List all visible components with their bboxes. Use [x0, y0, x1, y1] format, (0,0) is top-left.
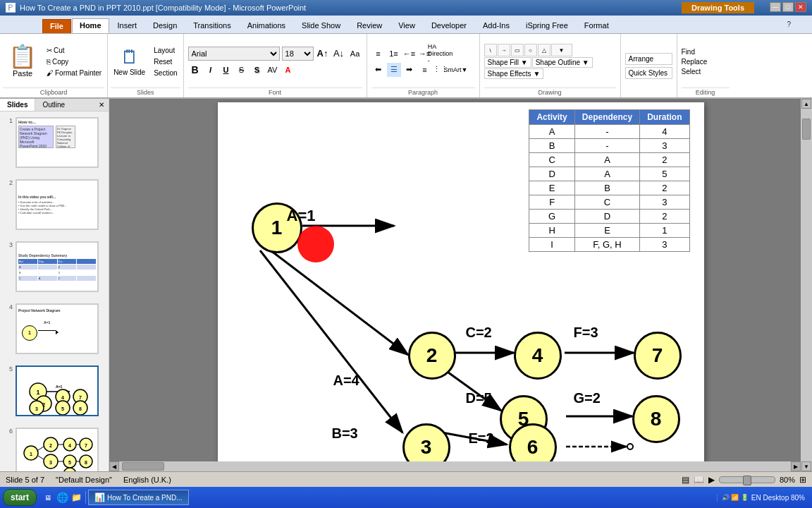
tab-slideshow[interactable]: Slide Show — [294, 18, 348, 33]
outline-panel-tab[interactable]: Outline — [35, 99, 72, 111]
tab-format[interactable]: Format — [577, 18, 617, 33]
tab-animations[interactable]: Animations — [240, 18, 293, 33]
view-slideshow-btn[interactable]: ▶ — [708, 475, 715, 485]
shape-fill-button[interactable]: Shape Fill ▼ — [484, 57, 531, 68]
show-desktop-btn[interactable]: 🖥 — [42, 491, 54, 504]
tab-transitions[interactable]: Transitions — [185, 18, 238, 33]
find-button[interactable]: Find — [682, 48, 730, 56]
slide-thumb-6[interactable]: 6 1 2 3 4 5 6 — [4, 428, 104, 471]
bullets-button[interactable]: ≡ — [371, 47, 386, 61]
quick-styles-button[interactable]: Quick Styles — [625, 67, 672, 79]
explorer-btn[interactable]: 📁 — [70, 491, 82, 504]
svg-text:5: 5 — [68, 460, 71, 465]
right-scrollbar[interactable]: ▲ ▼ — [801, 99, 812, 471]
maximize-btn[interactable]: □ — [782, 2, 794, 12]
tab-insert[interactable]: Insert — [110, 18, 145, 33]
h-scroll-thumb[interactable] — [122, 462, 164, 471]
svg-line-42 — [271, 250, 408, 355]
slides-panel-tab[interactable]: Slides — [0, 99, 35, 111]
font-size-select[interactable]: 18 — [282, 47, 314, 61]
tab-view[interactable]: View — [390, 18, 423, 33]
slide-num-5: 5 — [4, 365, 13, 373]
grow-font-button[interactable]: A↑ — [316, 47, 330, 61]
tab-file[interactable]: File — [42, 19, 71, 33]
shape-effects-button[interactable]: Shape Effects ▼ — [484, 68, 544, 79]
align-right-button[interactable]: ➡ — [402, 63, 417, 77]
triangle-shape[interactable]: △ — [538, 44, 550, 56]
slide-thumb-2[interactable]: 2 In this video you will... • Examine a … — [4, 179, 104, 230]
shrink-font-button[interactable]: A↓ — [332, 47, 346, 61]
tab-ispring[interactable]: iSpring Free — [518, 18, 576, 33]
decrease-indent-button[interactable]: ←≡ — [402, 47, 417, 61]
scroll-down-btn[interactable]: ▼ — [801, 461, 811, 471]
node-7: 7 — [634, 332, 682, 380]
close-panel-btn[interactable]: ✕ — [94, 99, 109, 111]
tab-developer[interactable]: Developer — [424, 18, 474, 33]
new-slide-button[interactable]: 🗒 New Slide — [111, 35, 148, 87]
section-button[interactable]: Section — [151, 68, 180, 78]
help-icon[interactable]: ? — [787, 20, 791, 28]
format-painter-button[interactable]: 🖌 Format Painter — [44, 68, 104, 78]
slide-thumb-5[interactable]: 5 1 A=1 2 4 — [4, 365, 104, 416]
spacing-button[interactable]: AV — [266, 63, 280, 77]
tab-design[interactable]: Design — [145, 18, 185, 33]
view-normal-btn[interactable]: ▤ — [682, 475, 689, 485]
scroll-thumb[interactable] — [802, 119, 811, 140]
justify-button[interactable]: ≡ — [418, 63, 432, 77]
bold-button[interactable]: B — [188, 63, 202, 77]
tab-home[interactable]: Home — [72, 18, 109, 33]
tab-addins[interactable]: Add-Ins — [475, 18, 517, 33]
arrange-button[interactable]: Arrange — [625, 53, 672, 65]
bottom-scrollbar[interactable]: ◀ ▶ — [109, 461, 801, 471]
more-shapes[interactable]: ▼ — [551, 44, 572, 56]
svg-text:7: 7 — [85, 443, 87, 448]
slide-thumb-1[interactable]: 1 How to... Create a Project Network Dia… — [4, 117, 104, 168]
scroll-up-btn[interactable]: ▲ — [801, 99, 811, 109]
shape-outline-button[interactable]: Shape Outline ▼ — [532, 57, 593, 68]
svg-text:5: 5 — [61, 406, 64, 411]
italic-button[interactable]: I — [204, 63, 218, 77]
slide-thumb-4[interactable]: 4 Project Network Diagram 1 A=1 — [4, 303, 104, 354]
label-g2: G=2 — [574, 390, 601, 406]
powerpoint-taskbar-item[interactable]: 📊 How To Create a PND... — [88, 490, 189, 505]
font-family-select[interactable]: Arial — [188, 47, 280, 61]
clear-format-button[interactable]: Aa — [348, 47, 362, 61]
copy-button[interactable]: ⎘ Copy — [44, 57, 104, 66]
select-button[interactable]: Select — [682, 68, 730, 75]
font-color-button[interactable]: A — [281, 63, 295, 77]
main-layout: Slides Outline ✕ 1 How to... Create a Pr… — [0, 99, 812, 471]
align-left-button[interactable]: ⬅ — [371, 63, 386, 77]
view-reading-btn[interactable]: 📖 — [694, 475, 704, 485]
text-direction-button[interactable]: HA Direction - — [433, 47, 448, 61]
strikethrough-button[interactable]: S — [235, 63, 249, 77]
svg-text:4: 4 — [68, 443, 71, 448]
rect-shape[interactable]: ▭ — [511, 44, 524, 56]
scroll-right-btn[interactable]: ▶ — [791, 461, 801, 471]
numbering-button[interactable]: 1≡ — [387, 47, 401, 61]
circle-shape[interactable]: ○ — [524, 44, 537, 56]
ie-btn[interactable]: 🌐 — [56, 491, 68, 504]
paste-button[interactable]: 📋 Paste — [3, 35, 42, 87]
smartart-button[interactable]: SmArt▼ — [449, 63, 463, 77]
replace-button[interactable]: Replace — [682, 58, 730, 66]
layout-button[interactable]: Layout — [151, 46, 180, 55]
line-shape[interactable]: \ — [484, 44, 497, 56]
title-text: How To Create a PND in PPT 2010.ppt [Com… — [20, 4, 306, 12]
reset-button[interactable]: Reset — [151, 57, 180, 66]
start-button[interactable]: start — [3, 489, 37, 506]
cut-button[interactable]: ✂ Cut — [44, 46, 104, 55]
thumb-6: 1 2 3 4 5 6 7 8 — [16, 428, 99, 471]
align-center-button[interactable]: ☰ — [387, 63, 401, 77]
shadow-button[interactable]: S — [250, 63, 264, 77]
slide-panel: Slides Outline ✕ 1 How to... Create a Pr… — [0, 99, 109, 471]
arrow-shape[interactable]: → — [498, 44, 510, 56]
slide[interactable]: 1 A=1 2 3 4 5 6 7 8 — [218, 102, 704, 468]
minimize-btn[interactable]: — — [770, 2, 781, 12]
zoom-fit-btn[interactable]: ⊞ — [799, 475, 806, 485]
zoom-slider[interactable] — [719, 476, 775, 483]
scroll-left-btn[interactable]: ◀ — [109, 461, 119, 471]
slide-thumb-3[interactable]: 3 Study Dependency Summary Act Dep Dur A… — [4, 241, 104, 292]
underline-button[interactable]: U — [219, 63, 233, 77]
tab-review[interactable]: Review — [349, 18, 390, 33]
close-btn[interactable]: ✕ — [795, 2, 806, 12]
